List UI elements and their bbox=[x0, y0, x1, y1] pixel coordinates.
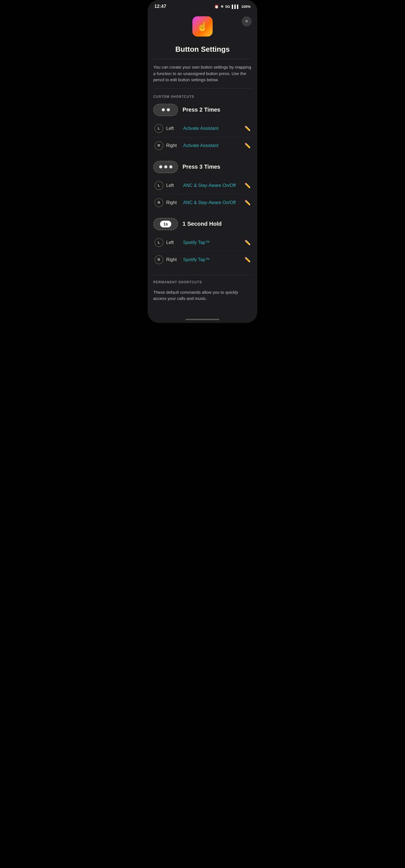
header-divider bbox=[153, 59, 252, 59]
press-2-left-row: L Left Activate Assistant ✏️ bbox=[153, 120, 252, 137]
permanent-shortcuts-label: PERMANENT SHORTCUTS bbox=[153, 280, 252, 284]
alarm-icon: ⏰ bbox=[214, 4, 219, 9]
status-time: 12:47 bbox=[154, 4, 166, 9]
left-ear-letter-h: L bbox=[158, 240, 160, 245]
right-action-p3: ANC & Stay-Aware On/Off bbox=[183, 200, 242, 205]
right-ear-badge-p2: R bbox=[154, 141, 164, 150]
permanent-shortcuts-section: PERMANENT SHORTCUTS These default comman… bbox=[153, 275, 252, 302]
press-3-left-row: L Left ANC & Stay-Aware On/Off ✏️ bbox=[153, 177, 252, 194]
page-title: Button Settings bbox=[153, 45, 252, 54]
signal-bars-icon: ▌▌▌ bbox=[232, 4, 240, 9]
hold-left-row: L Left Spotify Tap™ ✏️ bbox=[153, 234, 252, 251]
press-3-header: Press 3 Times bbox=[153, 161, 252, 173]
left-ear-badge-p3: L bbox=[154, 181, 164, 190]
dot-3-p3 bbox=[169, 165, 172, 168]
right-action-h: Spotify Tap™ bbox=[183, 257, 242, 262]
left-ear-badge-p2: L bbox=[154, 124, 164, 133]
press-2-indicator bbox=[153, 104, 178, 116]
press-2-group: Press 2 Times L Left Activate Assistant … bbox=[153, 104, 252, 154]
dot-2-p3 bbox=[164, 165, 167, 168]
right-ear-letter-h: R bbox=[157, 257, 160, 262]
phone-container: 12:47 ⏰ ✳ 5G ▌▌▌ 100% ☝️ × Button Settin… bbox=[148, 0, 257, 323]
battery-icon: 100% bbox=[241, 4, 251, 9]
press-2-right-row: R Right Activate Assistant ✏️ bbox=[153, 137, 252, 154]
status-right-icons: ⏰ ✳ 5G ▌▌▌ 100% bbox=[214, 4, 251, 9]
edit-right-h-button[interactable]: ✏️ bbox=[244, 257, 251, 263]
left-action-p3: ANC & Stay-Aware On/Off bbox=[183, 183, 242, 188]
status-bar: 12:47 ⏰ ✳ 5G ▌▌▌ 100% bbox=[148, 0, 257, 11]
dot-2 bbox=[167, 108, 170, 111]
signal-icon: 5G bbox=[225, 4, 230, 9]
right-action-p2: Activate Assistant bbox=[183, 143, 242, 148]
custom-shortcuts-label: CUSTOM SHORTCUTS bbox=[153, 95, 252, 99]
press-3-group: Press 3 Times L Left ANC & Stay-Aware On… bbox=[153, 161, 252, 211]
right-ear-name-h: Right bbox=[166, 257, 179, 262]
left-action-p2: Activate Assistant bbox=[183, 126, 242, 131]
bottom-handle bbox=[185, 319, 220, 320]
right-ear-name-p2: Right bbox=[166, 143, 179, 148]
app-icon: ☝️ bbox=[192, 16, 213, 36]
edit-left-h-button[interactable]: ✏️ bbox=[244, 240, 251, 246]
left-ear-badge-h: L bbox=[154, 238, 164, 247]
right-ear-name-p3: Right bbox=[166, 200, 179, 205]
hold-pill-text: 1s bbox=[160, 221, 171, 227]
hold-1s-label: 1 Second Hold bbox=[182, 221, 222, 227]
right-ear-letter-p2: R bbox=[157, 143, 160, 148]
press-3-indicator bbox=[153, 161, 178, 173]
edit-right-p2-button[interactable]: ✏️ bbox=[244, 143, 251, 149]
press-3-right-row: R Right ANC & Stay-Aware On/Off ✏️ bbox=[153, 194, 252, 211]
dot-1-p3 bbox=[159, 165, 162, 168]
left-ear-name-p3: Left bbox=[166, 183, 179, 188]
header: ☝️ × bbox=[153, 11, 252, 41]
dot-1 bbox=[162, 108, 165, 111]
press-2-header: Press 2 Times bbox=[153, 104, 252, 116]
app-icon-emoji: ☝️ bbox=[197, 21, 208, 32]
left-ear-name-h: Left bbox=[166, 240, 179, 245]
right-ear-badge-p3: R bbox=[154, 198, 164, 207]
right-ear-badge-h: R bbox=[154, 255, 164, 264]
close-button[interactable]: × bbox=[241, 16, 252, 26]
close-icon: × bbox=[245, 19, 248, 24]
left-ear-letter-p2: L bbox=[158, 126, 160, 130]
desc-divider bbox=[153, 88, 252, 89]
bluetooth-icon: ✳ bbox=[221, 4, 224, 9]
edit-left-p3-button[interactable]: ✏️ bbox=[244, 182, 251, 189]
left-ear-name-p2: Left bbox=[166, 126, 179, 131]
left-ear-letter-p3: L bbox=[158, 183, 160, 187]
press-2-label: Press 2 Times bbox=[182, 106, 220, 113]
main-content: ☝️ × Button Settings You can create your… bbox=[148, 11, 257, 313]
description-text: You can create your own button settings … bbox=[153, 64, 252, 83]
edit-left-p2-button[interactable]: ✏️ bbox=[244, 125, 251, 131]
permanent-shortcuts-desc: These default commands allow you to quic… bbox=[153, 289, 252, 302]
hold-1s-indicator: 1s bbox=[153, 218, 178, 230]
hold-1s-group: 1s 1 Second Hold L Left Spotify Tap™ ✏️ … bbox=[153, 218, 252, 268]
edit-right-p3-button[interactable]: ✏️ bbox=[244, 199, 251, 206]
left-action-h: Spotify Tap™ bbox=[183, 240, 242, 245]
press-3-label: Press 3 Times bbox=[182, 164, 220, 170]
hold-right-row: R Right Spotify Tap™ ✏️ bbox=[153, 251, 252, 268]
hold-1s-header: 1s 1 Second Hold bbox=[153, 218, 252, 230]
right-ear-letter-p3: R bbox=[157, 200, 160, 205]
